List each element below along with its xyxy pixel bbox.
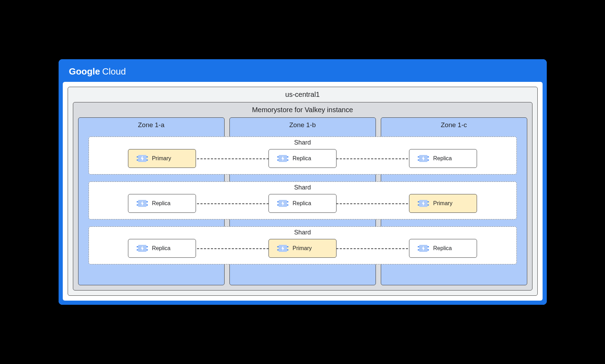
replica-node: Replica [269, 194, 336, 213]
google-cloud-frame: Google Cloud us-central1 Memorystore for… [59, 59, 547, 305]
svg-rect-2 [137, 160, 138, 161]
shard-box: Shard Replica [89, 226, 517, 264]
svg-rect-43 [428, 246, 429, 247]
svg-rect-42 [418, 249, 419, 250]
svg-rect-13 [428, 156, 429, 157]
svg-rect-21 [277, 201, 279, 202]
instance-frame: Memorystore for Valkey instance Zone 1-a… [73, 102, 532, 291]
svg-rect-33 [146, 246, 148, 247]
replica-node: Replica [269, 149, 336, 168]
memorystore-icon [418, 199, 429, 208]
node-label: Replica [152, 245, 171, 251]
svg-rect-1 [137, 156, 138, 157]
svg-rect-6 [277, 156, 279, 157]
svg-rect-22 [277, 204, 279, 206]
svg-rect-7 [277, 160, 279, 161]
node-label: Replica [293, 200, 311, 207]
nodes-row: Replica Replica [89, 194, 516, 213]
replica-node: Replica [128, 194, 196, 213]
memorystore-icon [277, 243, 288, 253]
logo-cloud: Cloud [102, 66, 126, 77]
instance-label: Memorystore for Valkey instance [78, 102, 527, 117]
nodes-row: Primary Replica [89, 149, 516, 168]
svg-rect-18 [146, 201, 148, 202]
primary-node: Primary [128, 149, 196, 168]
zone-label: Zone 1-c [381, 118, 527, 135]
node-label: Replica [433, 155, 452, 162]
replica-node: Replica [409, 239, 477, 258]
zones-row: Zone 1-a Zone 1-b Zone 1-c [78, 117, 527, 285]
node-label: Primary [293, 245, 312, 251]
svg-rect-16 [137, 201, 138, 202]
svg-rect-14 [428, 160, 429, 161]
node-label: Primary [152, 155, 171, 162]
replica-node: Replica [128, 239, 196, 258]
region-frame: us-central1 Memorystore for Valkey insta… [68, 87, 538, 296]
svg-rect-27 [418, 204, 419, 206]
svg-rect-28 [428, 201, 429, 202]
svg-rect-4 [146, 160, 148, 161]
shard-label: Shard [89, 184, 516, 191]
memorystore-icon [277, 154, 288, 163]
shard-box: Shard Replica [89, 181, 517, 219]
svg-rect-8 [287, 156, 288, 157]
inner-container: us-central1 Memorystore for Valkey insta… [63, 82, 543, 301]
memorystore-icon [418, 243, 429, 253]
primary-node: Primary [269, 239, 336, 258]
node-label: Replica [433, 245, 452, 251]
svg-rect-26 [418, 201, 419, 202]
svg-rect-39 [287, 249, 288, 250]
memorystore-icon [277, 199, 288, 208]
svg-rect-19 [146, 204, 148, 206]
memorystore-icon [418, 154, 429, 163]
svg-rect-31 [137, 246, 138, 247]
svg-rect-38 [287, 246, 288, 247]
architecture-diagram: Google Cloud us-central1 Memorystore for… [59, 59, 547, 305]
svg-rect-34 [146, 249, 148, 250]
region-label: us-central1 [73, 87, 532, 102]
svg-rect-37 [277, 249, 279, 250]
svg-rect-24 [287, 204, 288, 206]
memorystore-icon [137, 154, 148, 163]
node-label: Replica [293, 155, 311, 162]
replica-node: Replica [409, 149, 477, 168]
svg-rect-17 [137, 204, 138, 206]
shard-label: Shard [89, 229, 516, 236]
svg-rect-32 [137, 249, 138, 250]
memorystore-icon [137, 243, 148, 253]
svg-rect-11 [418, 156, 419, 157]
svg-rect-36 [277, 246, 279, 247]
svg-rect-12 [418, 160, 419, 161]
shard-box: Shard Primary [89, 137, 517, 175]
zone-label: Zone 1-a [78, 118, 224, 135]
shard-label: Shard [89, 139, 516, 146]
shards-overlay: Shard Primary [89, 137, 517, 264]
node-label: Primary [433, 200, 452, 207]
zone-label: Zone 1-b [230, 118, 376, 135]
node-label: Replica [152, 200, 171, 207]
nodes-row: Replica Primary [89, 239, 516, 258]
svg-rect-23 [287, 201, 288, 202]
svg-rect-3 [146, 156, 148, 157]
svg-rect-41 [418, 246, 419, 247]
svg-rect-9 [287, 160, 288, 161]
svg-rect-44 [428, 249, 429, 250]
memorystore-icon [137, 199, 148, 208]
primary-node: Primary [409, 194, 477, 213]
logo-google: Google [69, 66, 100, 77]
google-cloud-logo: Google Cloud [63, 63, 543, 82]
svg-rect-29 [428, 204, 429, 206]
